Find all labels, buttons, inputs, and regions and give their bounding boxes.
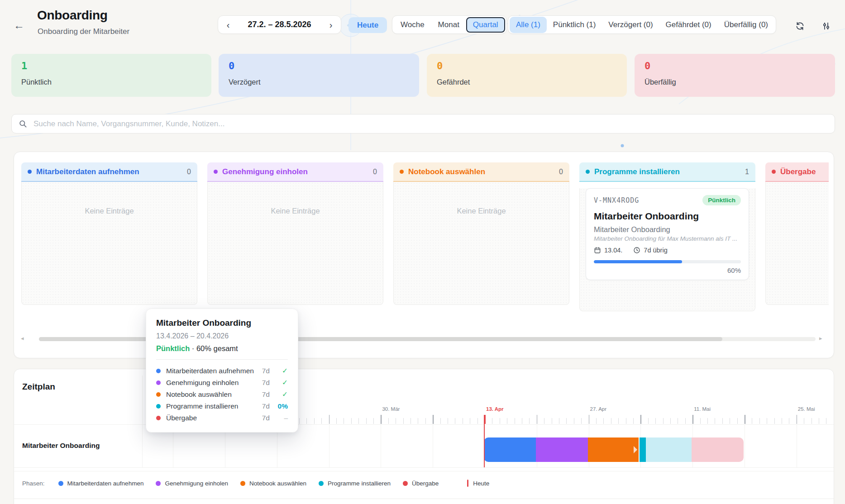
axis-tick	[500, 418, 500, 424]
process-tooltip: Mitarbeiter Onboarding 13.4.2026 – 20.4.…	[146, 309, 298, 433]
date-range-label: 27.2. – 28.5.2026	[238, 20, 321, 29]
axis-tick	[388, 418, 389, 424]
column-header[interactable]: Mitarbeiterdaten aufnehmen0	[21, 162, 197, 182]
filter-verzögert-[interactable]: Verzögert (0)	[602, 17, 659, 33]
column-count: 0	[559, 168, 563, 176]
axis-tick	[819, 418, 819, 424]
card-progress-fill	[594, 260, 682, 263]
stat-card-pünktlich: 1Pünktlich	[11, 54, 211, 97]
axis-tick	[678, 418, 678, 424]
axis-tick	[351, 418, 352, 424]
status-filterbar: Alle (1)Pünktlich (1)Verzögert (0)Gefähr…	[508, 15, 776, 34]
axis-tick	[812, 418, 812, 424]
legend-item-label: Übergabe	[412, 480, 439, 487]
card-progress-label: 60%	[594, 266, 741, 274]
today-button[interactable]: Heute	[349, 17, 387, 33]
card-description: Mitarbeiter Onboarding für Max Musterman…	[594, 235, 741, 242]
kanban-column-3: Notebook auswählen0Keine Einträge	[393, 162, 569, 312]
column-title: Genehmigung einholen	[222, 167, 308, 176]
week-gridline	[745, 424, 745, 467]
axis-tick	[515, 418, 515, 424]
gantt-segment-1	[484, 437, 536, 462]
week-gridline	[381, 424, 381, 467]
tooltip-phase-row: Genehmigung einholen7d✓	[156, 377, 288, 389]
search-input[interactable]	[33, 119, 835, 129]
axis-tick	[552, 418, 552, 424]
axis-tick	[559, 418, 559, 424]
axis-tick	[396, 418, 396, 424]
column-empty-label: Keine Einträge	[766, 182, 829, 215]
axis-tick	[344, 418, 344, 424]
axis-tick	[507, 418, 507, 424]
scroll-right-icon[interactable]: ▸	[819, 335, 822, 342]
axis-tick	[299, 418, 300, 424]
column-header[interactable]: Notebook auswählen0	[393, 162, 569, 182]
column-empty-label: Keine Einträge	[22, 182, 197, 215]
axis-tick	[537, 415, 538, 424]
column-empty-label: Keine Einträge	[394, 182, 569, 215]
stat-value: 0	[229, 61, 409, 71]
phase-label: Mitarbeiterdaten aufnehmen	[166, 367, 257, 375]
column-status-dot	[28, 170, 32, 174]
axis-tick	[492, 418, 492, 424]
axis-tick	[655, 418, 656, 424]
today-marker-swatch	[467, 480, 468, 487]
scroll-left-icon[interactable]: ◂	[21, 335, 24, 342]
axis-tick	[321, 418, 322, 424]
phase-label: Genehmigung einholen	[166, 379, 257, 387]
axis-tick	[440, 418, 441, 424]
filter-überfällig-[interactable]: Überfällig (0)	[718, 17, 774, 33]
board-scrollbar-thumb[interactable]	[39, 337, 722, 341]
axis-label-25-Mai: 25. Mai	[798, 406, 815, 412]
column-status-dot	[772, 170, 776, 174]
tooltip-status-separator: ·	[190, 344, 196, 352]
filter-alle-[interactable]: Alle (1)	[510, 17, 547, 33]
legend-color-dot	[58, 481, 63, 486]
today-marker-line	[484, 415, 485, 467]
axis-tick	[403, 418, 404, 424]
axis-tick	[418, 418, 418, 424]
view-switcher: WocheMonatQuartal	[392, 15, 507, 34]
stat-card-überfällig: 0Überfällig	[635, 54, 835, 97]
process-card[interactable]: V-MNX4RODG Pünktlich Mitarbeiter Onboard…	[586, 188, 749, 280]
phase-duration: 7d	[257, 367, 270, 375]
axis-tick	[470, 418, 470, 424]
card-progress-track	[594, 260, 741, 263]
axis-tick	[455, 418, 455, 424]
legend-color-dot	[403, 481, 408, 486]
view-option-quartal[interactable]: Quartal	[466, 17, 505, 33]
axis-tick	[826, 418, 826, 424]
progress-arrow-icon	[634, 446, 637, 453]
axis-tick	[745, 415, 745, 424]
column-header[interactable]: Genehmigung einholen0	[207, 162, 383, 182]
gantt-bar[interactable]	[484, 437, 744, 462]
column-header[interactable]: Programme installieren1	[579, 162, 755, 182]
tooltip-divider	[156, 359, 288, 360]
column-count: 0	[373, 168, 377, 176]
phase-label: Notebook auswählen	[166, 390, 257, 399]
view-option-monat[interactable]: Monat	[431, 17, 466, 33]
column-status-dot	[586, 170, 590, 174]
page-title: Onboarding	[37, 8, 108, 23]
timeline-label-divider	[142, 376, 143, 467]
refresh-button[interactable]	[791, 17, 808, 34]
week-gridline	[797, 424, 797, 467]
column-header[interactable]: Übergabe	[765, 162, 829, 182]
axis-label-13-Apr: 13. Apr	[486, 406, 504, 412]
stat-label: Verzögert	[229, 78, 409, 86]
filter-pünktlich-[interactable]: Pünktlich (1)	[547, 17, 602, 33]
stat-value: 0	[437, 61, 617, 71]
view-option-woche[interactable]: Woche	[394, 17, 431, 33]
phase-state: 0%	[270, 402, 288, 410]
timeline-row-label: Mitarbeiter Onboarding	[22, 442, 100, 450]
settings-button[interactable]	[817, 17, 835, 34]
clock-icon	[633, 247, 640, 254]
date-range-navigator: ‹ 27.2. – 28.5.2026 ›	[218, 15, 341, 34]
next-period-button[interactable]: ›	[321, 20, 341, 30]
axis-tick	[797, 415, 797, 424]
search-bar[interactable]	[11, 114, 835, 133]
back-button[interactable]: ←	[10, 16, 28, 34]
prev-period-button[interactable]: ‹	[218, 20, 238, 30]
filter-gefährdet-[interactable]: Gefährdet (0)	[659, 17, 718, 33]
page-subtitle: Onboarding der Mitarbeiter	[38, 27, 129, 36]
